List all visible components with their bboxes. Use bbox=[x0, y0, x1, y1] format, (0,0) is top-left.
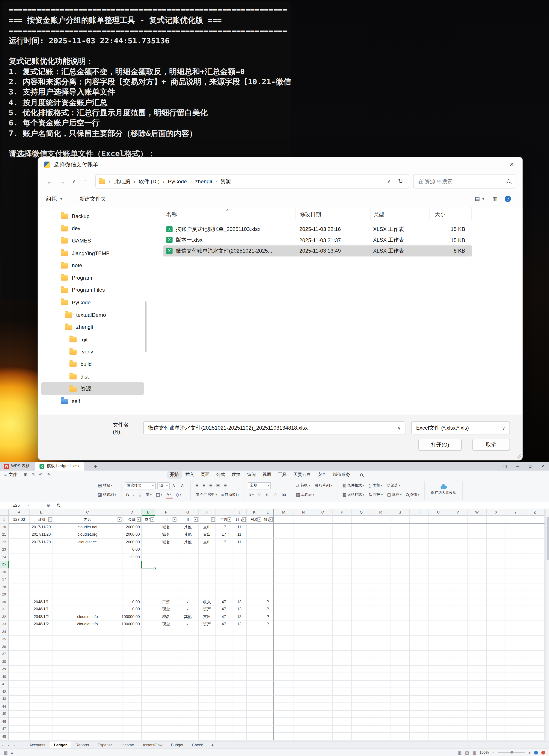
cell-N37[interactable] bbox=[294, 651, 313, 658]
cell-N26[interactable] bbox=[294, 568, 313, 576]
cell-Q35[interactable] bbox=[352, 636, 371, 643]
cell-D34[interactable] bbox=[123, 628, 142, 636]
cell-O22[interactable] bbox=[313, 539, 332, 546]
close-icon[interactable]: ✕ bbox=[503, 157, 520, 171]
cancel-button[interactable]: 取消 bbox=[472, 439, 510, 451]
cell-Q47[interactable] bbox=[352, 725, 371, 733]
last-sheet-button[interactable]: » bbox=[17, 743, 23, 747]
column-header-A[interactable]: A bbox=[9, 509, 30, 516]
new-folder-button[interactable]: 新建文件夹 bbox=[80, 195, 106, 203]
file-menu-button[interactable]: ≡ 文件 bbox=[0, 471, 21, 478]
cell-Z27[interactable] bbox=[525, 576, 545, 583]
cell-Z38[interactable] bbox=[525, 658, 545, 666]
dialog-title-bar[interactable]: 选择微信支付账单 ✕ bbox=[38, 157, 523, 171]
cell-P23[interactable] bbox=[332, 546, 352, 554]
column-header-V[interactable]: V bbox=[448, 509, 467, 516]
cell-Q30[interactable] bbox=[352, 598, 371, 606]
cell-M46[interactable] bbox=[274, 718, 294, 725]
cell-R48[interactable] bbox=[371, 733, 390, 740]
cell-O40[interactable] bbox=[313, 673, 332, 681]
cell-Q37[interactable] bbox=[352, 651, 371, 658]
ribbon-item[interactable]: ◪格式刷▾ bbox=[97, 491, 118, 498]
cell-S48[interactable] bbox=[390, 733, 410, 740]
cell-M28[interactable] bbox=[274, 583, 294, 591]
cell-P45[interactable] bbox=[332, 711, 352, 718]
cell-M41[interactable] bbox=[274, 680, 294, 688]
row-header-21[interactable]: 21 bbox=[0, 531, 9, 539]
cell-K46[interactable] bbox=[247, 718, 262, 725]
cell-U22[interactable] bbox=[429, 539, 448, 546]
save-icon[interactable]: ▣ bbox=[21, 473, 29, 477]
cell-K24[interactable] bbox=[247, 553, 262, 561]
cell-X31[interactable] bbox=[487, 606, 506, 613]
sidebar-item-3[interactable]: JiangYingTEMP bbox=[41, 247, 144, 259]
breadcrumb-item[interactable]: 软件 (D:) bbox=[136, 178, 162, 185]
cell-U48[interactable] bbox=[429, 733, 448, 740]
ribbon-item[interactable]: 10▾ bbox=[157, 482, 170, 489]
filter-button[interactable]: ▾ bbox=[211, 517, 215, 521]
cell-Y37[interactable] bbox=[506, 651, 525, 658]
cell-L28[interactable] bbox=[262, 583, 274, 591]
cell-J25[interactable] bbox=[232, 561, 247, 568]
cell-T24[interactable] bbox=[410, 553, 429, 561]
cell-Z25[interactable] bbox=[525, 561, 545, 568]
cell-J21[interactable]: 11 bbox=[232, 531, 247, 539]
cell-W21[interactable] bbox=[467, 531, 487, 539]
cell-S42[interactable] bbox=[390, 688, 410, 695]
cell-T25[interactable] bbox=[410, 561, 429, 568]
cell-M26[interactable] bbox=[274, 568, 294, 576]
ribbon-item[interactable]: A⁻ bbox=[180, 482, 187, 489]
cell-J22[interactable]: 11 bbox=[232, 539, 247, 546]
cell-Y48[interactable] bbox=[506, 733, 525, 740]
list-icon[interactable]: ≡ bbox=[11, 750, 14, 755]
ribbon-item[interactable]: % bbox=[257, 491, 263, 498]
cell-Q38[interactable] bbox=[352, 658, 371, 666]
cell-C32[interactable]: cloudlet.info bbox=[53, 613, 123, 621]
back-button[interactable]: ← bbox=[43, 175, 56, 188]
cell-Z26[interactable] bbox=[525, 568, 545, 576]
cell-E46[interactable] bbox=[142, 718, 155, 725]
cell-Z1[interactable] bbox=[525, 516, 545, 524]
cell-L39[interactable] bbox=[262, 666, 274, 673]
ribbon-tab[interactable]: 数据 bbox=[229, 471, 243, 479]
cell-A41[interactable] bbox=[9, 680, 30, 688]
add-sheet-button[interactable]: + bbox=[207, 742, 218, 748]
breadcrumb-item[interactable]: PyCode bbox=[166, 178, 189, 184]
sidebar-item-11[interactable]: .venv bbox=[41, 345, 144, 358]
cell-D48[interactable] bbox=[123, 733, 142, 740]
cell-B45[interactable] bbox=[30, 711, 53, 718]
cell-S20[interactable] bbox=[390, 524, 410, 531]
cell-D25[interactable] bbox=[123, 561, 142, 568]
cell-N46[interactable] bbox=[294, 718, 313, 725]
cell-V48[interactable] bbox=[448, 733, 467, 740]
cell-C25[interactable] bbox=[53, 561, 123, 568]
cell-J36[interactable] bbox=[232, 643, 247, 651]
cell-Q41[interactable] bbox=[352, 680, 371, 688]
cell-M47[interactable] bbox=[274, 725, 294, 733]
cell-U25[interactable] bbox=[429, 561, 448, 568]
cell-T20[interactable] bbox=[410, 524, 429, 531]
cell-D36[interactable] bbox=[123, 643, 142, 651]
cell-Q36[interactable] bbox=[352, 643, 371, 651]
cell-C44[interactable] bbox=[53, 703, 123, 711]
cell-M38[interactable] bbox=[274, 658, 294, 666]
row-header-20[interactable]: 20 bbox=[0, 524, 9, 531]
cell-A40[interactable] bbox=[9, 673, 30, 681]
cell-T26[interactable] bbox=[410, 568, 429, 576]
cell-R23[interactable] bbox=[371, 546, 390, 554]
sheet-tab-Budget[interactable]: Budget bbox=[167, 741, 188, 748]
help-icon[interactable]: ? bbox=[505, 196, 511, 202]
sidebar-item-1[interactable]: dev bbox=[41, 222, 144, 235]
cell-F24[interactable] bbox=[155, 553, 177, 561]
cell-V31[interactable] bbox=[448, 606, 467, 613]
cell-O46[interactable] bbox=[313, 718, 332, 725]
cell-N30[interactable] bbox=[294, 598, 313, 606]
cell-D45[interactable] bbox=[123, 711, 142, 718]
cell-K32[interactable] bbox=[247, 613, 262, 621]
cell-A31[interactable] bbox=[9, 606, 30, 613]
cell-Z44[interactable] bbox=[525, 703, 545, 711]
cell-N36[interactable] bbox=[294, 643, 313, 651]
cell-Z46[interactable] bbox=[525, 718, 545, 725]
cell-Q23[interactable] bbox=[352, 546, 371, 554]
cell-V20[interactable] bbox=[448, 524, 467, 531]
